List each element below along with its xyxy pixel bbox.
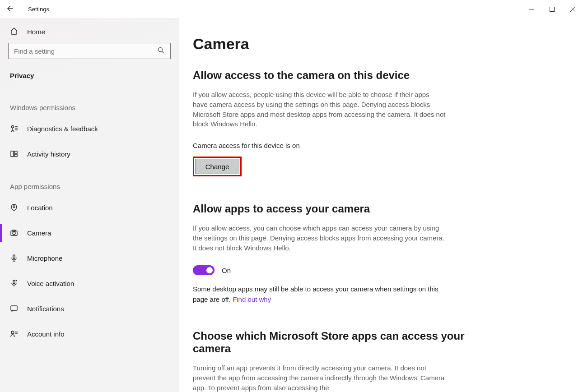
- camera-icon: [10, 229, 20, 237]
- section2-note: Some desktop apps may still be able to a…: [193, 284, 446, 304]
- sidebar-item-label: Account info: [27, 330, 65, 338]
- sidebar-item-label: Camera: [27, 229, 51, 237]
- svg-rect-4: [14, 151, 17, 153]
- sidebar-item-notifications[interactable]: Notifications: [0, 296, 179, 321]
- category-label: Privacy: [0, 65, 179, 88]
- sidebar-item-label: Voice activation: [27, 280, 74, 287]
- toggle-label: On: [222, 267, 231, 274]
- apps-access-toggle[interactable]: [193, 265, 215, 275]
- change-highlight: Change: [193, 157, 242, 176]
- section2-body: If you allow access, you can choose whic…: [193, 223, 446, 253]
- sidebar-item-label: Microphone: [27, 254, 62, 262]
- sidebar-item-voice[interactable]: Voice activation: [0, 271, 179, 296]
- find-out-why-link[interactable]: Find out why: [233, 295, 271, 303]
- svg-rect-3: [11, 151, 14, 157]
- svg-rect-11: [13, 280, 15, 284]
- search-input[interactable]: [8, 43, 171, 59]
- sidebar-item-activity[interactable]: Activity history: [0, 141, 179, 166]
- sidebar-item-location[interactable]: Location: [0, 195, 179, 220]
- section3-body: Turning off an app prevents it from dire…: [193, 363, 446, 392]
- location-icon: [10, 203, 20, 212]
- home-label: Home: [27, 28, 45, 36]
- account-icon: [10, 330, 20, 338]
- sidebar-item-microphone[interactable]: Microphone: [0, 245, 179, 271]
- sidebar-item-label: Location: [27, 204, 53, 212]
- svg-point-8: [13, 232, 15, 235]
- home-nav[interactable]: Home: [0, 18, 179, 43]
- svg-rect-10: [13, 255, 15, 258]
- change-button[interactable]: Change: [195, 159, 239, 174]
- section1-heading: Allow access to the camera on this devic…: [193, 69, 495, 82]
- svg-point-14: [11, 331, 14, 334]
- svg-rect-0: [550, 7, 554, 11]
- svg-point-6: [13, 206, 15, 208]
- titlebar: Settings: [0, 0, 583, 18]
- microphone-icon: [10, 254, 20, 262]
- home-icon: [10, 27, 20, 37]
- sidebar-item-account[interactable]: Account info: [0, 321, 179, 346]
- diagnostics-icon: [10, 125, 20, 133]
- notifications-icon: [10, 304, 20, 313]
- close-button[interactable]: [562, 0, 583, 18]
- svg-rect-13: [11, 306, 17, 310]
- svg-point-12: [16, 280, 17, 281]
- page-title: Camera: [193, 35, 495, 53]
- voice-icon: [10, 279, 20, 287]
- window-title: Settings: [21, 6, 49, 13]
- window-controls: [521, 0, 583, 18]
- svg-point-2: [12, 126, 14, 128]
- section3-heading: Choose which Microsoft Store apps can ac…: [193, 330, 495, 355]
- sidebar: Home Privacy Windows permissions Diagnos…: [0, 18, 179, 392]
- main-content: Camera Allow access to the camera on thi…: [179, 18, 522, 392]
- sidebar-item-diagnostics[interactable]: Diagnostics & feedback: [0, 116, 179, 141]
- sidebar-item-camera[interactable]: Camera: [0, 220, 179, 245]
- sidebar-item-label: Activity history: [27, 150, 70, 158]
- note-text: Some desktop apps may still be able to a…: [193, 285, 438, 303]
- maximize-button[interactable]: [541, 0, 562, 18]
- sidebar-item-label: Diagnostics & feedback: [27, 125, 98, 133]
- minimize-button[interactable]: [521, 0, 541, 18]
- camera-access-status: Camera access for this device is on: [193, 142, 495, 149]
- section1-body: If you allow access, people using this d…: [193, 90, 446, 129]
- back-button[interactable]: [5, 5, 21, 14]
- sidebar-item-label: Notifications: [27, 305, 64, 313]
- svg-rect-5: [14, 154, 17, 157]
- section2-heading: Allow apps to access your camera: [193, 203, 495, 215]
- section-windows-permissions: Windows permissions: [0, 88, 179, 116]
- activity-icon: [10, 150, 20, 158]
- section-app-permissions: App permissions: [0, 166, 179, 195]
